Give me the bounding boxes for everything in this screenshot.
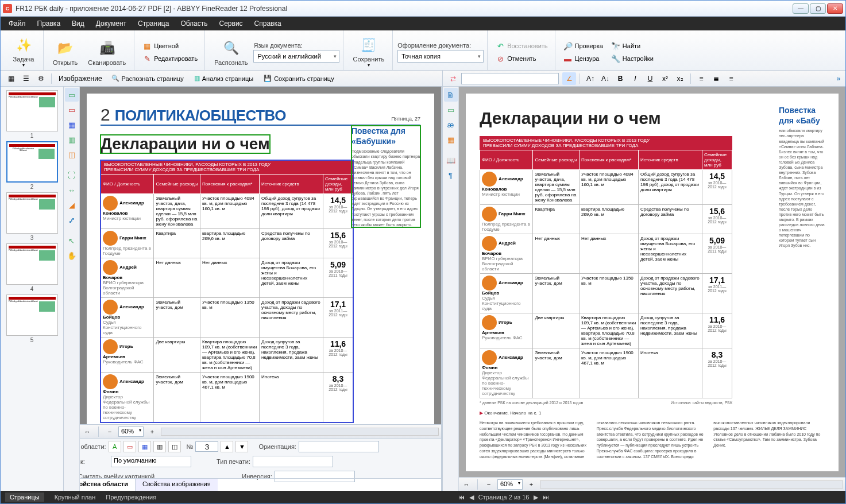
open-button[interactable]: 📂Открыть (48, 34, 82, 70)
underline-button[interactable]: U (643, 72, 657, 85)
pager-last[interactable]: ⏭ (543, 494, 549, 501)
recognition-area-tool[interactable]: ◫ (65, 148, 79, 161)
text-zoom-in-button[interactable]: + (525, 479, 538, 490)
zoom-in-button[interactable]: + (146, 426, 159, 437)
doc-lang-dropdown[interactable]: Русский и английский (253, 50, 339, 63)
thumbs-view-button[interactable]: ▦ (4, 72, 18, 85)
recognized-text-page[interactable]: Декларации ни о чем ВЫСОКОПОСТАВЛЕННЫЕ Ч… (466, 94, 839, 471)
zoom-level-dropdown[interactable]: 60% (118, 427, 144, 437)
close-button[interactable]: ✕ (827, 3, 843, 14)
subscript-button[interactable]: x₂ (673, 72, 687, 85)
maximize-button[interactable]: ▢ (810, 3, 826, 14)
task-button[interactable]: ✨Задача▾ (7, 34, 40, 70)
verify-button[interactable]: 🔎Проверка (560, 40, 607, 52)
analyze-page-button[interactable]: ▥Анализ страницы (190, 73, 258, 84)
thumbnail-5[interactable]: РБК daily politika obshestvo deklaracii5 (5, 294, 59, 343)
table-area-tool[interactable]: ▦ (65, 118, 79, 131)
thumbnail-2[interactable]: РБК daily politika obshestvo deklaracii2 (5, 141, 59, 190)
folder-open-icon: 📂 (56, 39, 75, 57)
status-closeup-tab[interactable]: Крупный план (55, 494, 96, 501)
select-tool[interactable]: ↖ (65, 234, 79, 247)
menu-area[interactable]: Область (175, 17, 213, 30)
barcode-area-tool[interactable]: ▥ (65, 133, 79, 146)
text-zoom-dropdown[interactable]: 60% (497, 479, 523, 490)
style-dropdown[interactable] (461, 73, 559, 84)
more-tools-button[interactable]: » (832, 72, 845, 85)
align-right-button[interactable]: ≡ (724, 72, 738, 85)
status-warnings-tab[interactable]: Предупреждения (106, 494, 156, 501)
area-type-text[interactable]: A (109, 441, 121, 452)
picture-area-tool[interactable]: ▭ (65, 103, 79, 117)
fit-page-tool[interactable]: ⛶ (65, 168, 79, 182)
page-view-button[interactable]: ▭ (444, 103, 458, 117)
bold-button[interactable]: B (613, 72, 627, 85)
hyperlink-tool[interactable]: æ (444, 118, 458, 131)
print-type-dropdown[interactable] (253, 456, 333, 467)
align-center-button[interactable]: ≣ (709, 72, 723, 85)
language-dropdown[interactable]: По умолчанию (111, 456, 191, 467)
menu-file[interactable]: Файл (3, 17, 32, 30)
color-mode-button[interactable]: ▦Цветной (139, 40, 201, 52)
h-scrollbar[interactable] (161, 428, 439, 436)
recognize-page-button[interactable]: 🔍Распознать страницу (107, 73, 188, 84)
text-h-scrollbar[interactable] (540, 480, 843, 489)
details-view-button[interactable]: ☰ (19, 72, 33, 85)
censor-button[interactable]: ▬Цензура (560, 53, 607, 64)
superscript-button[interactable]: x² (658, 72, 672, 85)
area-type-background[interactable]: ◫ (168, 441, 181, 452)
text-zoom-out-button[interactable]: − (482, 479, 495, 490)
pager-next[interactable]: ▶ (534, 494, 538, 501)
scan-button[interactable]: 📠Сканировать (83, 34, 130, 70)
align-left-button[interactable]: ≡ (694, 72, 708, 85)
restore-button[interactable]: ↶Восстановить (492, 40, 551, 52)
hand-tool[interactable]: ✋ (65, 249, 79, 262)
thumbnail-4[interactable]: РБК daily politika obshestvo deklaracii4 (5, 243, 59, 292)
picture-tool[interactable]: ▦ (444, 133, 458, 146)
thumbnail-3[interactable]: РБК daily politika obshestvo deklaracii3 (5, 192, 59, 241)
save-page-button[interactable]: 💾Сохранить страницу (259, 73, 339, 84)
edit-image-button[interactable]: ✎Редактировать (139, 53, 201, 64)
area-num-up[interactable]: ▲ (221, 441, 233, 452)
area-type-barcode[interactable]: ▥ (153, 441, 166, 452)
font-size-down-button[interactable]: A↓ (598, 72, 612, 85)
style-sync-button[interactable]: ⇄ (446, 72, 460, 85)
menu-view[interactable]: Вид (66, 17, 90, 30)
find-button[interactable]: 🔭Найти (608, 40, 657, 52)
page-image[interactable]: 2 ПОЛИТИКА/ОБЩЕСТВО Пятница, 27 Декларац… (87, 94, 434, 424)
tab-image-properties[interactable]: Свойства изображения (136, 479, 218, 491)
text-area-tool[interactable]: ▭ (65, 88, 79, 102)
minimize-button[interactable]: — (793, 3, 809, 14)
recognize-button[interactable]: 🔍Распознать (210, 34, 252, 70)
menu-service[interactable]: Сервис (214, 17, 249, 30)
highlight-button[interactable]: ∠ (562, 72, 576, 85)
area-type-table[interactable]: ▦ (138, 441, 151, 452)
order-tool[interactable]: ⑇ (65, 213, 79, 227)
area-type-picture[interactable]: ▭ (123, 441, 136, 452)
dictionary-button[interactable]: 📖 (444, 153, 458, 167)
thumbnail-1[interactable]: РБК daily politika obshestvo deklaracii1 (5, 90, 59, 139)
options-button[interactable]: 🔧Настройки (608, 53, 657, 64)
pager-prev[interactable]: ◀ (469, 494, 474, 501)
font-size-up-button[interactable]: A↑ (584, 72, 597, 85)
text-view-button[interactable]: 🗎 (444, 88, 458, 102)
show-chars-button[interactable]: ¶ (444, 168, 458, 182)
sort-button[interactable]: ⚙ (34, 72, 48, 85)
fit-width-button[interactable]: ↔ (81, 426, 94, 437)
menu-document[interactable]: Документ (90, 17, 132, 30)
zoom-out-button[interactable]: − (103, 426, 116, 437)
orientation-dropdown[interactable] (299, 441, 379, 452)
menu-help[interactable]: Справка (249, 17, 287, 30)
italic-button[interactable]: I (628, 72, 642, 85)
menu-page[interactable]: Страница (132, 17, 175, 30)
fit-width-tool[interactable]: ↔ (65, 183, 79, 197)
pager-first[interactable]: ⏮ (458, 494, 465, 501)
eraser-tool[interactable]: ◢ (65, 198, 79, 212)
status-pages-tab[interactable]: Страницы (5, 493, 44, 502)
cancel-button[interactable]: ⊘Отменить (492, 53, 551, 64)
layout-dropdown[interactable]: Точная копия (397, 50, 484, 63)
text-fit-width-button[interactable]: ↔ (460, 479, 473, 490)
area-number-input[interactable] (195, 441, 218, 452)
area-num-down[interactable]: ▼ (235, 441, 248, 452)
menu-edit[interactable]: Правка (32, 17, 67, 30)
save-button[interactable]: 🧾Сохранить▾ (348, 34, 389, 70)
